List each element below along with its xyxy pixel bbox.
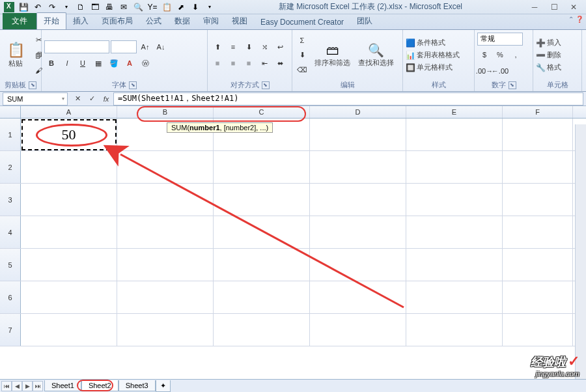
- ribbon-minimize-icon[interactable]: ⌃ ❓: [568, 16, 583, 23]
- save-icon[interactable]: 💾: [17, 1, 30, 13]
- select-all-corner[interactable]: [0, 106, 21, 118]
- paste-button[interactable]: 📋 粘贴: [3, 40, 29, 70]
- cell[interactable]: [406, 281, 503, 313]
- cell[interactable]: [406, 184, 503, 216]
- close-button[interactable]: ✕: [564, 1, 583, 13]
- phonetic-icon[interactable]: ⓦ: [138, 56, 152, 70]
- cell-A1[interactable]: 50: [21, 119, 117, 150]
- col-header-F[interactable]: F: [503, 106, 573, 118]
- font-name-combo[interactable]: [44, 40, 109, 53]
- percent-icon[interactable]: %: [493, 48, 507, 62]
- dialog-launcher-icon[interactable]: ⬊: [509, 81, 516, 89]
- maximize-button[interactable]: ☐: [544, 1, 564, 13]
- insert-cells-button[interactable]: ➕插入: [536, 38, 561, 48]
- bold-icon[interactable]: B: [44, 56, 59, 70]
- align-right-icon[interactable]: ≡: [242, 56, 256, 70]
- qat-item-icon[interactable]: Y=: [146, 1, 159, 13]
- col-header-A[interactable]: A: [21, 106, 117, 118]
- italic-icon[interactable]: I: [60, 56, 74, 70]
- minimize-button[interactable]: ─: [525, 1, 544, 13]
- decrease-font-icon[interactable]: A↓: [154, 40, 168, 54]
- underline-icon[interactable]: U: [76, 56, 90, 70]
- tab-review[interactable]: 审阅: [197, 13, 225, 29]
- redo-icon[interactable]: ↷: [46, 1, 59, 13]
- qat-item-icon[interactable]: ✉: [117, 1, 130, 13]
- accept-formula-icon[interactable]: ✓: [85, 92, 99, 105]
- increase-decimal-icon[interactable]: .00→: [477, 64, 492, 78]
- col-header-E[interactable]: E: [406, 106, 503, 118]
- cell[interactable]: [21, 216, 117, 248]
- tab-data[interactable]: 数据: [168, 13, 197, 29]
- sheet-tab-1[interactable]: Sheet1: [44, 380, 81, 391]
- cancel-formula-icon[interactable]: ✕: [70, 92, 85, 105]
- number-format-combo[interactable]: [477, 33, 523, 46]
- row-header-4[interactable]: 4: [0, 216, 21, 248]
- cell[interactable]: [503, 314, 573, 346]
- cell[interactable]: [117, 151, 214, 183]
- cell[interactable]: [406, 151, 503, 183]
- conditional-format-button[interactable]: 🟦条件格式: [406, 38, 460, 48]
- cell[interactable]: [503, 249, 573, 281]
- qat-item-icon[interactable]: 🗔: [89, 1, 102, 13]
- name-box[interactable]: SUM: [3, 92, 68, 105]
- align-middle-icon[interactable]: ≡: [226, 40, 240, 54]
- qat-item-icon[interactable]: ⬇: [189, 1, 202, 13]
- insert-function-icon[interactable]: fx: [99, 92, 113, 105]
- cell[interactable]: [21, 281, 117, 313]
- align-top-icon[interactable]: ⬆: [210, 40, 225, 54]
- cell[interactable]: [406, 119, 503, 150]
- undo-icon[interactable]: ↶: [31, 1, 44, 13]
- col-header-B[interactable]: B: [117, 106, 214, 118]
- cell[interactable]: [310, 249, 406, 281]
- tab-formulas[interactable]: 公式: [139, 13, 168, 29]
- qat-dropdown-icon[interactable]: ▾: [60, 1, 73, 13]
- sort-filter-button[interactable]: 🗃 排序和筛选: [312, 42, 353, 69]
- align-left-icon[interactable]: ≡: [210, 56, 225, 70]
- cell[interactable]: [21, 314, 117, 346]
- tab-file[interactable]: 文件: [3, 13, 36, 29]
- fill-color-icon[interactable]: 🪣: [107, 56, 121, 70]
- cell[interactable]: [406, 249, 503, 281]
- row-header-3[interactable]: 3: [0, 184, 21, 216]
- sheet-nav-prev-icon[interactable]: ◀: [12, 381, 22, 391]
- increase-font-icon[interactable]: A↑: [138, 40, 152, 54]
- table-format-button[interactable]: 📊套用表格格式: [406, 50, 460, 60]
- cell[interactable]: [406, 314, 503, 346]
- col-header-C[interactable]: C: [214, 106, 310, 118]
- cell-style-button[interactable]: 🔲单元格样式: [406, 63, 460, 72]
- row-header-1[interactable]: 1: [0, 119, 21, 150]
- cell[interactable]: [310, 184, 406, 216]
- vertical-scrollbar[interactable]: [575, 124, 586, 379]
- cell[interactable]: [310, 281, 406, 313]
- cell[interactable]: [21, 151, 117, 183]
- tab-layout[interactable]: 页面布局: [95, 13, 139, 29]
- spreadsheet-grid[interactable]: 1 50 2 3 4 5 6 7: [0, 119, 586, 352]
- font-size-combo[interactable]: [111, 40, 137, 53]
- cell[interactable]: [117, 281, 214, 313]
- qat-item-icon[interactable]: 🖶: [103, 1, 116, 13]
- cell[interactable]: [503, 216, 573, 248]
- autosum-icon[interactable]: Σ: [295, 33, 309, 48]
- find-select-button[interactable]: 🔍 查找和选择: [356, 41, 397, 69]
- wrap-text-icon[interactable]: ↩: [273, 40, 287, 54]
- align-bottom-icon[interactable]: ⬇: [242, 40, 256, 54]
- cell[interactable]: [310, 314, 406, 346]
- cell[interactable]: [310, 119, 406, 150]
- cell[interactable]: [117, 216, 214, 248]
- qat-item-icon[interactable]: 📋: [160, 1, 173, 13]
- excel-app-icon[interactable]: [3, 1, 16, 13]
- cell[interactable]: [214, 151, 310, 183]
- cell[interactable]: [117, 184, 214, 216]
- tab-team[interactable]: 团队: [350, 13, 379, 29]
- cell[interactable]: [117, 314, 214, 346]
- qat-item-icon[interactable]: ⬈: [174, 1, 188, 13]
- cell[interactable]: [214, 281, 310, 313]
- cell[interactable]: [214, 314, 310, 346]
- formula-input[interactable]: [113, 92, 583, 105]
- orientation-icon[interactable]: ⤭: [257, 40, 272, 54]
- currency-icon[interactable]: $: [477, 48, 492, 62]
- row-header-6[interactable]: 6: [0, 281, 21, 313]
- row-header-7[interactable]: 7: [0, 314, 21, 346]
- align-center-icon[interactable]: ≡: [226, 56, 240, 70]
- comma-icon[interactable]: ,: [509, 48, 523, 62]
